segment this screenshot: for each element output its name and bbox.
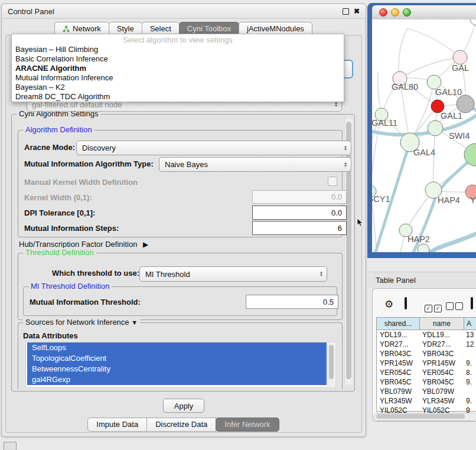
- spinner-icon: ▲▼: [319, 267, 323, 281]
- table-row[interactable]: YER054C YER054C 8.: [377, 368, 476, 377]
- minimize-traffic-light[interactable]: [391, 8, 399, 17]
- hub-section-label: Hub/Transcription Factor Definition: [19, 240, 137, 249]
- kernel-width-field[interactable]: 0.0: [252, 190, 347, 204]
- mi-steps-label: Mutual Information Steps:: [24, 224, 119, 233]
- new-table-icon[interactable]: [471, 298, 473, 309]
- mi-threshold-field[interactable]: 0.5: [246, 295, 338, 309]
- cyni-bottom-tab-bar: Impute Data Discretize Data Infer Networ…: [2, 418, 366, 432]
- attributes-scrollbar[interactable]: [327, 343, 335, 387]
- deselect-all-columns-icon[interactable]: [446, 302, 465, 312]
- network-window-titlebar[interactable]: [372, 5, 476, 20]
- mi-steps-value: 6: [338, 224, 342, 233]
- algorithm-option-basic-correlation[interactable]: Basic Correlation Inference: [12, 54, 344, 64]
- mi-threshold-group-title: MI Threshold Definition: [28, 282, 112, 291]
- column-header-shared-name[interactable]: shared...: [377, 318, 420, 330]
- close-icon[interactable]: ✖: [354, 8, 360, 15]
- sources-group: Sources for Network Inference ▼ Data Att…: [18, 322, 343, 389]
- tab-impute-data-label: Impute Data: [96, 420, 138, 429]
- table-row[interactable]: YDR27... YDR27... 12: [377, 340, 476, 349]
- label-gal80: GAL80: [392, 82, 418, 92]
- mi-algorithm-type-label: Mutual Information Algorithm Type:: [24, 159, 154, 168]
- label-gcy1: GCY1: [372, 194, 390, 204]
- label-gal11: GAL11: [372, 118, 397, 128]
- data-attributes-list: SelfLoops TopologicalCoefficient Between…: [25, 342, 336, 388]
- network-canvas[interactable]: GAL GAL80 GAL10 GAL1 GAL11 SWI4 GAL4 GCY…: [372, 19, 476, 252]
- node-table: shared... name A YDL19... YDL19... 13 YD…: [376, 317, 476, 412]
- collapse-right-icon[interactable]: ▶: [143, 240, 148, 249]
- attribute-gal4rgexp[interactable]: gal4RGexp: [27, 374, 327, 385]
- mi-algorithm-type-combo[interactable]: Naive Bayes ▲▼: [159, 157, 351, 172]
- attributes-scrollbar-thumb[interactable]: [329, 345, 334, 379]
- table-horizontal-scrollbar[interactable]: [374, 413, 476, 421]
- control-panel-title: Control Panel: [8, 7, 54, 16]
- spinner-icon: ▲▼: [344, 141, 347, 155]
- sources-group-title[interactable]: Sources for Network Inference ▼: [23, 318, 140, 327]
- node-clipped-top[interactable]: [470, 19, 476, 25]
- table-row[interactable]: YBL079W YBL079W: [377, 387, 476, 396]
- algorithm-definition-group: Algorithm Definition Aracne Mode: Discov…: [18, 130, 343, 237]
- table-row[interactable]: YPR145W YPR145W 9.: [377, 358, 476, 368]
- table-row[interactable]: YDL19... YDL19... 13: [377, 330, 476, 340]
- cyni-algorithm-settings-group: Cyni Algorithm Settings Algorithm Defini…: [11, 114, 355, 392]
- dpi-tolerance-value: 0.0: [331, 208, 342, 217]
- algorithm-option-mutual-information[interactable]: Mutual Information Inference: [12, 73, 344, 83]
- aracne-mode-combo[interactable]: Discovery ▲▼: [76, 141, 351, 155]
- screenshot-root: Control Panel ✖ Network Style: [0, 0, 476, 450]
- table-row[interactable]: YBR043C YBR043C: [377, 349, 476, 358]
- apply-button[interactable]: Apply: [163, 399, 204, 413]
- select-all-columns-icon[interactable]: ✓✓: [425, 302, 444, 312]
- algorithm-option-dream8[interactable]: Dream8 DC_TDC Algorithm: [12, 92, 344, 102]
- tab-infer-network[interactable]: Infer Network: [216, 418, 279, 432]
- threshold-definition-group: Threshold Definition Which threshold to …: [18, 253, 343, 320]
- hub-section[interactable]: Hub/Transcription Factor Definition ▶: [19, 240, 148, 249]
- column-header-name[interactable]: name: [420, 318, 464, 330]
- float-window-icon[interactable]: [343, 8, 349, 15]
- split-columns-icon[interactable]: [405, 298, 407, 309]
- tab-style-label: Style: [117, 24, 134, 33]
- network-view-window: GAL GAL80 GAL10 GAL1 GAL11 SWI4 GAL4 GCY…: [367, 3, 476, 258]
- node-gray[interactable]: [457, 95, 474, 113]
- column-header-clipped[interactable]: A: [464, 318, 476, 330]
- zoom-traffic-light[interactable]: [403, 8, 411, 17]
- tab-discretize-data[interactable]: Discretize Data: [146, 418, 216, 432]
- label-gal: GAL: [452, 63, 469, 73]
- table-row[interactable]: YBR045C YBR045C 9.: [377, 377, 476, 387]
- label-hap2: HAP2: [407, 234, 430, 244]
- spinner-icon: ▲▼: [344, 158, 347, 171]
- mi-steps-field[interactable]: 6: [252, 221, 347, 235]
- manual-kernel-width-checkbox[interactable]: [328, 177, 337, 186]
- kernel-width-value: 0.0: [331, 193, 342, 201]
- expand-down-icon[interactable]: ▼: [131, 319, 138, 326]
- mi-threshold-label: Mutual Information Threshold:: [30, 298, 141, 306]
- algorithm-option-bayesian-hill-climbing[interactable]: Bayesian – Hill Climbing: [12, 45, 344, 54]
- algorithm-option-aracne[interactable]: ARACNE Algorithm: [12, 64, 344, 73]
- threshold-definition-title: Threshold Definition: [23, 248, 96, 257]
- label-gal1: GAL1: [441, 111, 462, 120]
- sources-title-text: Sources for Network Inference: [25, 318, 129, 327]
- label-gal4: GAL4: [413, 148, 435, 157]
- tab-select-label: Select: [150, 24, 171, 33]
- control-panel-window: Control Panel ✖ Network Style: [1, 4, 366, 437]
- attribute-selfloops[interactable]: SelfLoops: [27, 343, 327, 353]
- control-panel-titlebar: Control Panel ✖: [2, 4, 366, 19]
- node-swi4[interactable]: [428, 120, 443, 136]
- gear-icon[interactable]: ⚙: [384, 299, 393, 309]
- close-traffic-light[interactable]: [379, 8, 387, 17]
- which-threshold-label: Which threshold to use:: [52, 269, 139, 278]
- node-table-header: shared... name A: [377, 318, 476, 330]
- mi-threshold-group: MI Threshold Definition Mutual Informati…: [23, 286, 337, 316]
- tab-infer-network-label: Infer Network: [224, 420, 270, 429]
- node-gal-clipped[interactable]: [453, 50, 467, 64]
- attribute-betweennesscentrality[interactable]: BetweennessCentrality: [27, 364, 327, 374]
- table-horizontal-scrollbar-thumb[interactable]: [376, 414, 465, 419]
- minimized-panel-icon[interactable]: [4, 442, 17, 450]
- which-threshold-value: MI Threshold: [145, 270, 190, 279]
- dpi-tolerance-field[interactable]: 0.0: [252, 206, 347, 220]
- tab-impute-data[interactable]: Impute Data: [87, 418, 147, 432]
- which-threshold-combo[interactable]: MI Threshold ▲▼: [139, 266, 327, 282]
- algorithm-option-bayesian-k2[interactable]: Bayesian – K2: [12, 83, 344, 92]
- table-row[interactable]: YLR345W YLR345W 9.: [377, 396, 476, 406]
- tab-cyni-toolbox-label: Cyni Toolbox: [187, 24, 231, 33]
- algorithm-dropdown-placeholder: Select algorithm to view settings: [12, 35, 344, 45]
- attribute-topologicalcoefficient[interactable]: TopologicalCoefficient: [27, 353, 327, 364]
